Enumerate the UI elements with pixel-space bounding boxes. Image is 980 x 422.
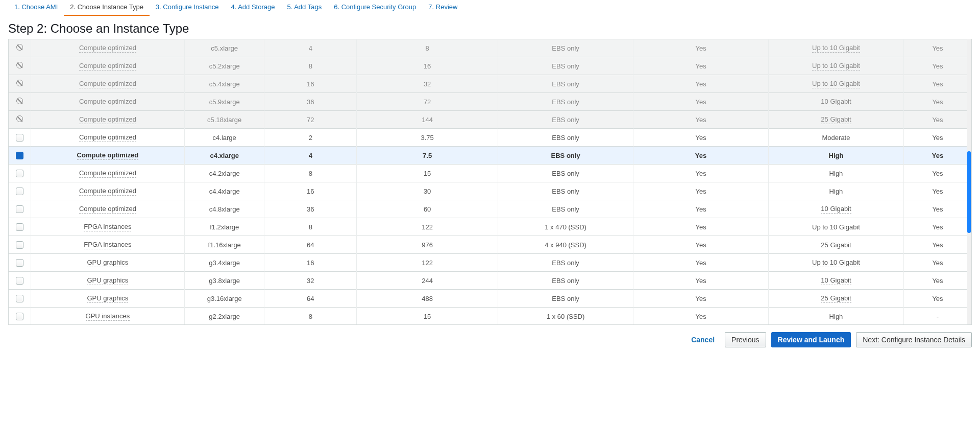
ipv6-cell: Yes bbox=[903, 39, 971, 57]
ipv6-cell: Yes bbox=[903, 254, 971, 272]
network-cell: 10 Gigabit bbox=[769, 93, 904, 111]
row-checkbox[interactable] bbox=[16, 134, 23, 142]
scrollbar-track[interactable] bbox=[967, 39, 971, 324]
table-row[interactable]: GPU graphicsg3.4xlarge16122EBS onlyYesUp… bbox=[9, 254, 971, 272]
family-cell-label: GPU graphics bbox=[87, 294, 128, 303]
type-cell: f1.16xlarge bbox=[184, 236, 264, 254]
family-cell: Compute optimized bbox=[31, 200, 184, 218]
wizard-tab[interactable]: 6. Configure Security Group bbox=[328, 0, 422, 16]
network-cell: Up to 10 Gigabit bbox=[769, 39, 904, 57]
row-selector-cell[interactable] bbox=[9, 308, 31, 325]
table-row: Compute optimizedc5.2xlarge816EBS onlyYe… bbox=[9, 57, 971, 75]
table-row[interactable]: FPGA instancesf1.16xlarge649764 x 940 (S… bbox=[9, 236, 971, 254]
family-cell: Compute optimized bbox=[31, 165, 184, 182]
row-checkbox[interactable] bbox=[16, 277, 23, 285]
network-cell-label: 25 Gigabit bbox=[821, 115, 851, 124]
storage-cell: EBS only bbox=[498, 129, 633, 147]
table-row[interactable]: FPGA instancesf1.2xlarge81221 x 470 (SSD… bbox=[9, 218, 971, 236]
row-selector-cell[interactable] bbox=[9, 254, 31, 272]
storage-cell: 4 x 940 (SSD) bbox=[498, 236, 633, 254]
memory-cell: 15 bbox=[357, 308, 498, 325]
row-selector-cell[interactable] bbox=[9, 165, 31, 182]
ebs-optimized-cell: Yes bbox=[633, 272, 769, 290]
row-checkbox[interactable] bbox=[16, 205, 23, 213]
table-row: Compute optimizedc5.4xlarge1632EBS onlyY… bbox=[9, 75, 971, 93]
vcpus-cell: 2 bbox=[264, 129, 357, 147]
row-checkbox[interactable] bbox=[16, 170, 23, 177]
table-row[interactable]: GPU graphicsg3.8xlarge32244EBS onlyYes10… bbox=[9, 272, 971, 290]
table-row[interactable]: Compute optimizedc4.2xlarge815EBS onlyYe… bbox=[9, 165, 971, 182]
memory-cell: 144 bbox=[357, 111, 498, 129]
network-cell: 10 Gigabit bbox=[769, 272, 904, 290]
vcpus-cell: 36 bbox=[264, 200, 357, 218]
cancel-button[interactable]: Cancel bbox=[686, 333, 720, 347]
ipv6-cell: Yes bbox=[903, 182, 971, 200]
previous-button[interactable]: Previous bbox=[725, 332, 766, 347]
family-cell: GPU graphics bbox=[31, 272, 184, 290]
network-cell-label: 25 Gigabit bbox=[821, 294, 851, 303]
family-cell-label: GPU graphics bbox=[87, 259, 128, 267]
row-checkbox[interactable] bbox=[16, 152, 23, 159]
network-cell: Up to 10 Gigabit bbox=[769, 254, 904, 272]
row-selector-cell[interactable] bbox=[9, 182, 31, 200]
review-and-launch-button[interactable]: Review and Launch bbox=[771, 332, 851, 347]
ipv6-cell: Yes bbox=[903, 165, 971, 182]
family-cell: Compute optimized bbox=[31, 182, 184, 200]
network-cell: High bbox=[769, 182, 904, 200]
table-row[interactable]: GPU instancesg2.2xlarge8151 x 60 (SSD)Ye… bbox=[9, 308, 971, 325]
family-cell: GPU graphics bbox=[31, 290, 184, 308]
row-checkbox[interactable] bbox=[16, 223, 23, 231]
type-cell: c5.9xlarge bbox=[184, 93, 264, 111]
vcpus-cell: 8 bbox=[264, 165, 357, 182]
next-configure-instance-button[interactable]: Next: Configure Instance Details bbox=[856, 332, 972, 347]
table-row[interactable]: GPU graphicsg3.16xlarge64488EBS onlyYes2… bbox=[9, 290, 971, 308]
vcpus-cell: 36 bbox=[264, 93, 357, 111]
ipv6-cell: Yes bbox=[903, 129, 971, 147]
row-selector-cell[interactable] bbox=[9, 200, 31, 218]
row-checkbox[interactable] bbox=[16, 259, 23, 267]
wizard-tab[interactable]: 7. Review bbox=[422, 0, 463, 16]
wizard-tabs: 1. Choose AMI2. Choose Instance Type3. C… bbox=[0, 0, 980, 15]
vcpus-cell: 16 bbox=[264, 254, 357, 272]
type-cell: c5.4xlarge bbox=[184, 75, 264, 93]
network-cell-label: 10 Gigabit bbox=[821, 276, 851, 285]
row-selector-cell[interactable] bbox=[9, 147, 31, 165]
type-cell: c5.2xlarge bbox=[184, 57, 264, 75]
row-selector-cell[interactable] bbox=[9, 218, 31, 236]
instance-type-table-container: Compute optimizedc5.xlarge48EBS onlyYesU… bbox=[8, 39, 972, 325]
ebs-optimized-cell: Yes bbox=[633, 39, 769, 57]
row-selector-cell[interactable] bbox=[9, 129, 31, 147]
scrollbar-thumb[interactable] bbox=[967, 151, 971, 233]
wizard-tab[interactable]: 3. Configure Instance bbox=[150, 0, 225, 16]
memory-cell: 30 bbox=[357, 182, 498, 200]
row-checkbox[interactable] bbox=[16, 295, 23, 302]
row-selector-cell[interactable] bbox=[9, 290, 31, 308]
table-row[interactable]: Compute optimizedc4.8xlarge3660EBS onlyY… bbox=[9, 200, 971, 218]
ebs-optimized-cell: Yes bbox=[633, 165, 769, 182]
wizard-tab[interactable]: 5. Add Tags bbox=[281, 0, 328, 16]
ebs-optimized-cell: Yes bbox=[633, 147, 769, 165]
family-cell-label: Compute optimized bbox=[79, 80, 136, 88]
table-row[interactable]: Compute optimizedc4.large23.75EBS onlyYe… bbox=[9, 129, 971, 147]
row-checkbox[interactable] bbox=[16, 313, 23, 320]
step-title: Step 2: Choose an Instance Type bbox=[8, 21, 972, 36]
network-cell: Up to 10 Gigabit bbox=[769, 218, 904, 236]
ebs-optimized-cell: Yes bbox=[633, 218, 769, 236]
row-checkbox[interactable] bbox=[16, 241, 23, 249]
family-cell-label: FPGA instances bbox=[84, 223, 131, 231]
ipv6-cell: Yes bbox=[903, 200, 971, 218]
ipv6-cell: Yes bbox=[903, 75, 971, 93]
wizard-tab[interactable]: 2. Choose Instance Type bbox=[64, 0, 150, 16]
family-cell-label: Compute optimized bbox=[79, 133, 136, 142]
type-cell: c4.2xlarge bbox=[184, 165, 264, 182]
row-selector-cell[interactable] bbox=[9, 236, 31, 254]
table-row[interactable]: Compute optimizedc4.xlarge47.5EBS onlyYe… bbox=[9, 147, 971, 165]
row-selector-cell[interactable] bbox=[9, 272, 31, 290]
wizard-tab[interactable]: 1. Choose AMI bbox=[8, 0, 64, 16]
row-checkbox[interactable] bbox=[16, 187, 23, 195]
ebs-optimized-cell: Yes bbox=[633, 57, 769, 75]
table-row[interactable]: Compute optimizedc4.4xlarge1630EBS onlyY… bbox=[9, 182, 971, 200]
network-cell-label: Up to 10 Gigabit bbox=[812, 44, 860, 53]
table-row: Compute optimizedc5.18xlarge72144EBS onl… bbox=[9, 111, 971, 129]
wizard-tab[interactable]: 4. Add Storage bbox=[225, 0, 281, 16]
